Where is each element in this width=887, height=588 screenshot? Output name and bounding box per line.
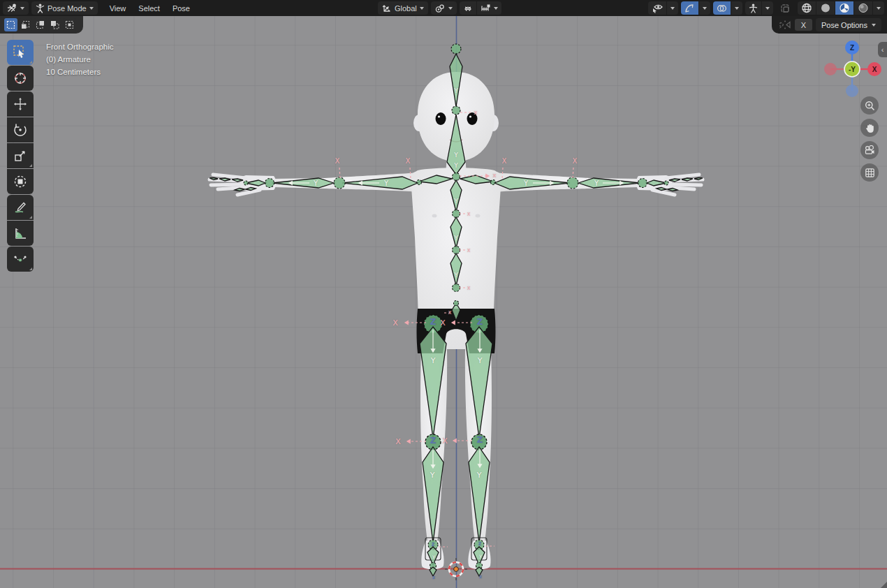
select-mode-set-button[interactable]: [4, 18, 17, 31]
sidebar-toggle-arrow[interactable]: ‹: [878, 42, 887, 57]
tool-rotate[interactable]: [7, 117, 34, 142]
gizmo-x-label: X: [872, 66, 877, 73]
visibility-dropdown[interactable]: [667, 1, 678, 15]
editor-type-icon: [7, 3, 17, 13]
magnet-icon: [463, 3, 473, 13]
tool-transform[interactable]: [7, 169, 34, 194]
menu-view[interactable]: View: [103, 4, 133, 13]
view-name-label: Front Orthographic: [46, 41, 114, 53]
view-buttons: [860, 96, 879, 182]
object-visibility-button[interactable]: [648, 1, 666, 15]
material-sphere-icon: [839, 3, 850, 13]
tool-settings-left: [0, 16, 83, 34]
menu-pose[interactable]: Pose: [166, 4, 196, 13]
gizmo-neg-z-ball[interactable]: [846, 84, 858, 97]
mirror-x-icon: [779, 20, 791, 30]
corner-resize-grip[interactable]: [881, 582, 887, 588]
overlays-group: [713, 1, 742, 15]
mode-dropdown[interactable]: Pose Mode: [31, 1, 98, 15]
zoom-button[interactable]: [860, 96, 879, 115]
active-object-label: (0) Armature: [46, 53, 114, 66]
rendered-sphere-icon: [858, 3, 869, 13]
tool-move[interactable]: [7, 91, 34, 117]
snap-toggle[interactable]: [460, 1, 476, 15]
chevron-down-icon: [89, 7, 94, 10]
xray-group: [745, 1, 773, 15]
tool-scale[interactable]: [7, 143, 34, 168]
camera-view-button[interactable]: [860, 141, 879, 159]
chevron-down-icon: [494, 7, 498, 10]
solid-sphere-icon: [820, 3, 831, 13]
select-mode-invert-button[interactable]: [48, 18, 61, 31]
mode-label: Pose Mode: [47, 4, 87, 13]
mirror-x-toggle[interactable]: X: [795, 19, 812, 31]
wireframe-sphere-icon: [801, 3, 812, 13]
tool-cursor[interactable]: [7, 66, 34, 91]
gizmo-group: [681, 1, 710, 15]
pose-options-dropdown[interactable]: Pose Options: [816, 18, 881, 31]
pivot-point-dropdown[interactable]: [431, 1, 457, 15]
shading-group: [798, 1, 884, 15]
pivot-point-icon: [435, 3, 446, 13]
shading-dropdown[interactable]: [873, 1, 884, 15]
shading-solid-button[interactable]: [816, 1, 835, 15]
gizmo-dropdown[interactable]: [699, 1, 710, 15]
select-mode-intersect-button[interactable]: [63, 18, 76, 31]
display-controls: [645, 1, 884, 15]
viewport-header: Pose Mode View Select Pose Global: [0, 0, 887, 16]
chevron-down-icon: [872, 24, 876, 27]
navigation-gizmo[interactable]: X Z -Y: [824, 41, 883, 99]
tool-measure[interactable]: [7, 221, 34, 246]
snap-increment-icon: [481, 3, 491, 13]
select-mode-subtract-button[interactable]: [34, 18, 47, 31]
transform-controls: Global: [375, 1, 501, 15]
orientation-label: Global: [395, 4, 417, 13]
shading-wireframe-button[interactable]: [798, 1, 816, 15]
snap-group: [460, 1, 501, 15]
gizmo-neg-x-ball[interactable]: [824, 63, 837, 75]
select-mode-extend-button[interactable]: [19, 18, 32, 31]
pose-mode-icon: [36, 3, 45, 13]
tool-annotate[interactable]: [7, 195, 34, 220]
pose-options-label: Pose Options: [821, 21, 867, 29]
shading-rendered-button[interactable]: [854, 1, 872, 15]
toggle-ortho-button[interactable]: [860, 163, 879, 182]
snap-settings-dropdown[interactable]: [477, 1, 501, 15]
orientation-global-icon: [382, 3, 392, 13]
editor-type-button[interactable]: [3, 1, 29, 15]
visibility-eye-icon: [652, 3, 663, 13]
gizmo-neg-y-label: -Y: [849, 66, 856, 73]
region-icon: [780, 3, 791, 13]
xray-figure-icon: [749, 3, 758, 13]
viewport-info-overlay: Front Orthographic (0) Armature 10 Centi…: [46, 41, 114, 78]
viewport-3d[interactable]: .joint{fill:rgba(120,178,133,0.9);stroke…: [0, 0, 887, 588]
tool-select-box[interactable]: [7, 40, 34, 65]
show-overlays-toggle[interactable]: [713, 1, 731, 15]
gizmo-icon: [684, 3, 695, 13]
shading-material-button[interactable]: [835, 1, 853, 15]
toolbar: [7, 40, 34, 272]
chevron-down-icon: [20, 7, 24, 10]
render-region-button[interactable]: [776, 1, 795, 15]
xray-pose-button[interactable]: [745, 1, 761, 15]
chevron-down-icon: [448, 7, 453, 10]
pan-hand-button[interactable]: [860, 119, 879, 137]
xray-dropdown[interactable]: [762, 1, 773, 15]
gizmo-z-label: Z: [850, 44, 854, 52]
menu-select[interactable]: Select: [132, 4, 166, 13]
overlays-dropdown[interactable]: [731, 1, 742, 15]
grid-scale-label: 10 Centimeters: [46, 66, 114, 78]
tool-settings-right: X Pose Options: [772, 16, 887, 34]
show-gizmo-toggle[interactable]: [681, 1, 698, 15]
blender-window: .joint{fill:rgba(120,178,133,0.9);stroke…: [0, 0, 887, 588]
overlays-icon: [717, 3, 727, 13]
tool-pose-breakdowner[interactable]: [7, 247, 34, 272]
chevron-down-icon: [420, 7, 424, 10]
visibility-group: [648, 1, 678, 15]
orientation-dropdown[interactable]: Global: [378, 1, 428, 15]
